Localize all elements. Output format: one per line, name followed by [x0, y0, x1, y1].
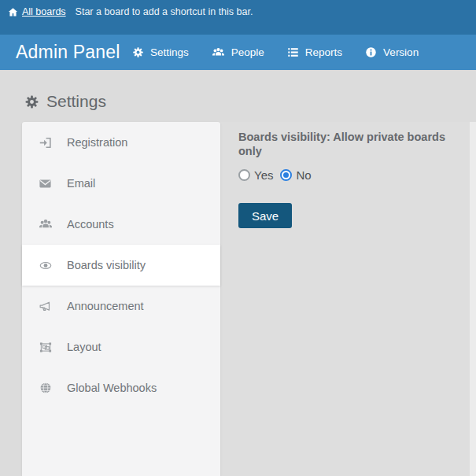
sidebar-item-email[interactable]: Email — [22, 163, 220, 204]
settings-sidebar: Registration Email Accounts — [22, 122, 220, 476]
info-icon — [365, 46, 377, 58]
gear-icon — [132, 46, 144, 58]
sidebar-item-label: Layout — [67, 341, 101, 353]
users-icon — [38, 218, 53, 231]
panel-heading: Boards visibility: Allow private boards … — [238, 130, 463, 158]
nav-label: Version — [383, 46, 419, 58]
sidebar-item-label: Boards visibility — [67, 259, 146, 271]
admin-navbar: Admin Panel Settings People — [0, 35, 476, 70]
envelope-icon — [38, 177, 53, 190]
radio-yes[interactable] — [238, 169, 250, 181]
page-title: Admin Panel — [16, 35, 120, 70]
object-group-icon — [38, 341, 53, 354]
shortcut-bar: All boards Star a board to add a shortcu… — [0, 0, 476, 35]
sidebar-item-registration[interactable]: Registration — [22, 122, 220, 163]
sidebar-item-announcement[interactable]: Announcement — [22, 286, 220, 327]
shortcut-hint: Star a board to add a shortcut in this b… — [76, 6, 253, 19]
boards-visibility-panel: Boards visibility: Allow private boards … — [238, 122, 463, 228]
all-boards-link[interactable]: All boards — [8, 6, 66, 19]
sign-in-icon — [38, 136, 53, 149]
next-panel-edge — [470, 122, 476, 476]
nav-label: Reports — [305, 46, 342, 58]
eye-icon — [38, 259, 53, 272]
globe-icon — [38, 382, 53, 394]
sidebar-item-accounts[interactable]: Accounts — [22, 204, 220, 245]
sidebar-item-boards-visibility[interactable]: Boards visibility — [22, 245, 220, 286]
sidebar-item-label: Announcement — [67, 300, 144, 312]
sidebar-item-label: Global Webhooks — [67, 382, 157, 394]
nav-item-people[interactable]: People — [212, 46, 264, 58]
bullhorn-icon — [38, 300, 53, 313]
save-button[interactable]: Save — [238, 203, 292, 228]
nav-label: Settings — [150, 46, 189, 58]
nav-item-settings[interactable]: Settings — [132, 46, 189, 58]
sidebar-item-layout[interactable]: Layout — [22, 327, 220, 367]
radio-no[interactable] — [280, 169, 292, 181]
settings-heading-label: Settings — [46, 92, 106, 111]
radio-option-no[interactable]: No — [280, 168, 311, 182]
list-icon — [287, 46, 299, 58]
sidebar-item-label: Accounts — [67, 218, 114, 231]
nav-item-version[interactable]: Version — [365, 46, 419, 58]
sidebar-item-label: Email — [67, 177, 95, 190]
people-icon — [212, 46, 225, 58]
sidebar-item-global-webhooks[interactable]: Global Webhooks — [22, 367, 220, 408]
all-boards-label: All boards — [22, 6, 66, 19]
admin-nav: Settings People Reports — [132, 35, 419, 70]
home-icon — [8, 7, 18, 17]
nav-item-reports[interactable]: Reports — [287, 46, 342, 58]
settings-heading: Settings — [24, 92, 106, 111]
radio-yes-label: Yes — [254, 168, 273, 182]
sidebar-item-label: Registration — [67, 136, 127, 149]
gear-icon — [24, 94, 39, 109]
radio-option-yes[interactable]: Yes — [238, 168, 273, 182]
boards-visibility-options: Yes No — [238, 168, 463, 182]
radio-no-label: No — [296, 168, 311, 182]
nav-label: People — [231, 46, 264, 58]
